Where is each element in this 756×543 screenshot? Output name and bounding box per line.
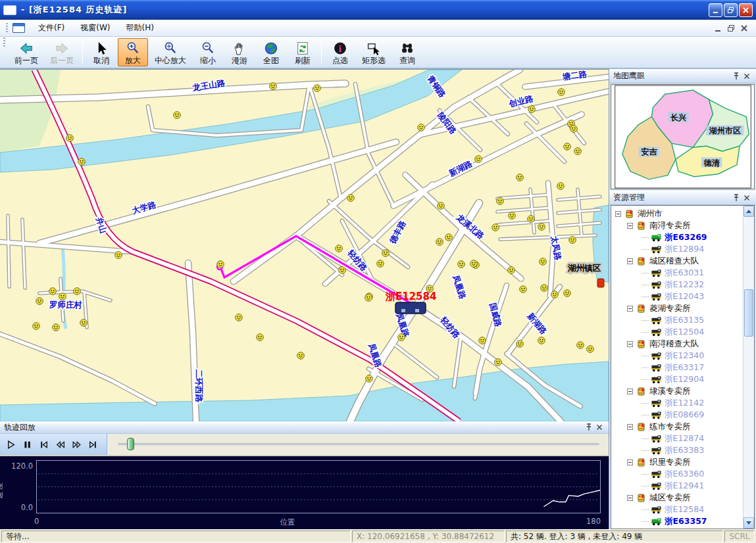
tree-item-练市专卖所[interactable]: 练市专卖所 bbox=[614, 421, 743, 433]
vehicle-marker-icon[interactable] bbox=[398, 334, 405, 341]
vehicle-marker-icon[interactable] bbox=[217, 261, 224, 268]
vehicle-marker-icon[interactable] bbox=[377, 260, 384, 268]
toolbar-button-cursor-arrow[interactable]: 取消 bbox=[86, 38, 116, 66]
mdi-restore-icon[interactable] bbox=[727, 24, 735, 32]
tree-item-浙E12142[interactable]: 浙E12142 bbox=[614, 397, 743, 409]
menu-help[interactable]: 帮助(H) bbox=[118, 20, 162, 36]
tree-item-浙E63269[interactable]: 浙E63269 bbox=[614, 231, 743, 243]
map-canvas[interactable]: 龙王山路青铜路陵阳路塘二路创业路新湖路大学路弁山德丰路龙溪北路轻纺路太凤路凤凰路… bbox=[0, 69, 609, 421]
eagle-eye-minimap[interactable]: 长兴湖州市区安吉德清 bbox=[611, 84, 755, 189]
vehicle-marker-icon[interactable] bbox=[438, 202, 445, 210]
vehicle-marker-icon[interactable] bbox=[297, 352, 305, 360]
vehicle-marker-icon[interactable] bbox=[33, 323, 40, 330]
vehicle-marker-icon[interactable] bbox=[570, 126, 578, 133]
tree-item-埭溪专卖所[interactable]: 埭溪专卖所 bbox=[614, 385, 743, 397]
toolbar-button-globe[interactable]: 全图 bbox=[256, 38, 286, 66]
vehicle-marker-icon[interactable] bbox=[551, 291, 559, 298]
vehicle-marker-icon[interactable] bbox=[470, 260, 478, 268]
pause-button[interactable] bbox=[19, 437, 36, 452]
tree-collapse-toggle[interactable] bbox=[627, 341, 633, 347]
vehicle-marker-icon[interactable] bbox=[574, 148, 582, 155]
vehicle-marker-icon[interactable] bbox=[508, 267, 515, 274]
vehicle-marker-icon[interactable] bbox=[564, 143, 571, 151]
tree-item-城区稽查大队[interactable]: 城区稽查大队 bbox=[614, 255, 743, 267]
vehicle-marker-icon[interactable] bbox=[509, 212, 516, 220]
tree-item-浙E63383[interactable]: 浙E63383 bbox=[614, 444, 743, 456]
play-button[interactable] bbox=[3, 437, 19, 452]
vehicle-marker-icon[interactable] bbox=[78, 158, 86, 166]
close-button[interactable] bbox=[739, 3, 753, 17]
pin-button[interactable] bbox=[584, 423, 594, 433]
toolbar-grip[interactable] bbox=[3, 37, 5, 48]
toolbar-button-binoculars[interactable]: 查询 bbox=[392, 38, 422, 66]
vehicle-marker-icon[interactable] bbox=[66, 135, 74, 142]
vehicle-marker-icon[interactable] bbox=[115, 252, 122, 259]
toolbar-button-rect-select[interactable]: 矩形选 bbox=[357, 38, 391, 66]
scrollbar-thumb[interactable] bbox=[744, 289, 753, 337]
vehicle-marker-icon[interactable] bbox=[541, 285, 548, 292]
vehicle-marker-icon[interactable] bbox=[557, 183, 565, 190]
resources-close-button[interactable] bbox=[742, 193, 752, 202]
slider-thumb[interactable] bbox=[127, 438, 134, 450]
minimize-button[interactable] bbox=[709, 3, 722, 17]
vehicle-marker-icon[interactable] bbox=[475, 156, 482, 163]
tree-item-浙E63031[interactable]: 浙E63031 bbox=[614, 267, 743, 279]
toolbar-button-refresh[interactable]: 刷新 bbox=[288, 38, 318, 66]
vehicle-marker-icon[interactable] bbox=[445, 234, 453, 241]
vehicle-marker-icon[interactable] bbox=[236, 314, 243, 321]
tree-item-南浔稽查大队[interactable]: 南浔稽查大队 bbox=[614, 338, 743, 350]
tree-item-浙E12584[interactable]: 浙E12584 bbox=[614, 504, 743, 515]
toolbar-button-zoom-out[interactable]: 缩小 bbox=[193, 38, 223, 66]
tree-collapse-toggle[interactable] bbox=[627, 223, 633, 229]
vehicle-marker-icon[interactable] bbox=[74, 288, 81, 295]
tree-item-城区专卖所[interactable]: 城区专卖所 bbox=[614, 492, 743, 504]
tree-item-浙E63135[interactable]: 浙E63135 bbox=[614, 314, 743, 326]
tree-item-浙E12874[interactable]: 浙E12874 bbox=[614, 433, 743, 444]
toolbar-button-info-select[interactable]: i点选 bbox=[325, 38, 355, 66]
slider-groove[interactable] bbox=[118, 443, 599, 445]
tree-item-浙E08669[interactable]: 浙E08669 bbox=[614, 409, 743, 421]
tree-item-浙E12894[interactable]: 浙E12894 bbox=[614, 243, 743, 255]
vehicle-marker-icon[interactable] bbox=[517, 341, 524, 348]
eagle-eye-close-button[interactable] bbox=[742, 71, 752, 81]
vehicle-marker-icon[interactable] bbox=[569, 237, 576, 244]
menubar-grip[interactable] bbox=[6, 23, 8, 34]
tree-item-浙E12043[interactable]: 浙E12043 bbox=[614, 291, 743, 302]
vehicle-marker-icon[interactable] bbox=[336, 245, 343, 252]
vehicle-marker-icon[interactable] bbox=[418, 124, 425, 131]
playback-slider[interactable] bbox=[107, 434, 609, 455]
toolbar-button-prev-page-arrow[interactable]: 前一页 bbox=[9, 38, 43, 66]
rewind-button[interactable] bbox=[52, 437, 68, 452]
vehicle-marker-icon[interactable] bbox=[495, 359, 502, 366]
vehicle-marker-icon[interactable] bbox=[339, 267, 346, 274]
vehicle-marker-icon[interactable] bbox=[458, 261, 465, 268]
tree-item-湖州市[interactable]: 湖州市 bbox=[614, 208, 743, 220]
vehicle-marker-icon[interactable] bbox=[540, 258, 547, 266]
vehicle-marker-icon[interactable] bbox=[517, 174, 524, 181]
mdi-close-icon[interactable] bbox=[740, 24, 748, 32]
mdi-minimize-icon[interactable] bbox=[714, 24, 722, 32]
fast-forward-button[interactable] bbox=[68, 437, 85, 452]
restore-button[interactable] bbox=[724, 3, 738, 17]
tree-item-织里专卖所[interactable]: 织里专卖所 bbox=[614, 456, 743, 468]
vehicle-marker-icon[interactable] bbox=[497, 198, 504, 205]
scrollbar-track[interactable] bbox=[743, 217, 754, 517]
vehicle-marker-icon[interactable] bbox=[558, 89, 565, 96]
toolbar-button-pan-hand[interactable]: 漫游 bbox=[224, 38, 255, 66]
tree-collapse-toggle[interactable] bbox=[627, 258, 633, 264]
tree-item-浙E63357[interactable]: 浙E63357 bbox=[614, 515, 743, 527]
vehicle-marker-icon[interactable] bbox=[59, 293, 66, 300]
tree-collapse-toggle[interactable] bbox=[627, 495, 633, 501]
tree-item-浙E12941[interactable]: 浙E12941 bbox=[614, 480, 743, 492]
tracked-vehicle-icon[interactable] bbox=[395, 302, 426, 314]
vehicle-marker-icon[interactable] bbox=[257, 334, 264, 341]
skip-start-button[interactable] bbox=[36, 437, 52, 452]
skip-end-button[interactable] bbox=[85, 437, 101, 452]
tree-item-浙E63360[interactable]: 浙E63360 bbox=[614, 468, 743, 480]
vehicle-marker-icon[interactable] bbox=[587, 346, 594, 353]
vehicle-marker-icon[interactable] bbox=[492, 224, 499, 231]
tree-collapse-toggle[interactable] bbox=[627, 460, 633, 465]
pin-button[interactable] bbox=[731, 193, 742, 202]
vehicle-marker-icon[interactable] bbox=[80, 319, 88, 327]
vehicle-marker-icon[interactable] bbox=[528, 216, 535, 223]
